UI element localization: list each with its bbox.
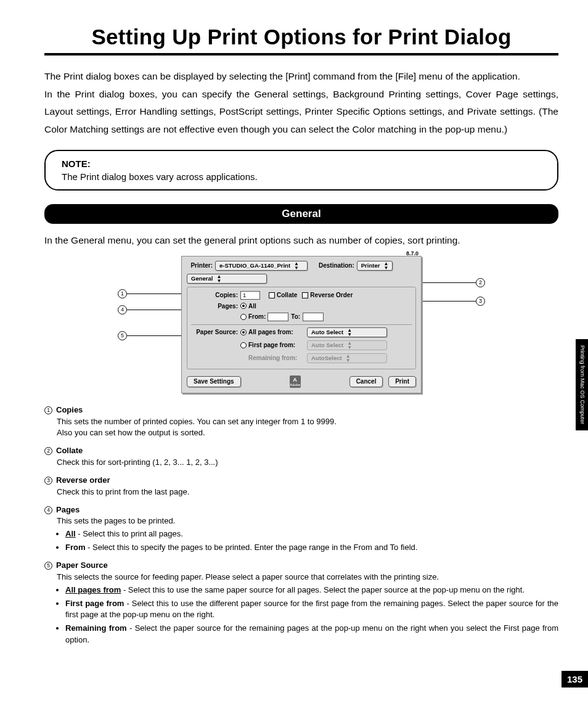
printer-popup[interactable]: e-STUDIO_GA-1140_Print ▲▼: [215, 261, 308, 271]
destination-popup[interactable]: Printer ▲▼: [357, 261, 393, 271]
divider: [191, 324, 412, 325]
pages-to-label: To:: [291, 313, 300, 320]
ps-all-label: All pages from:: [248, 329, 307, 335]
section-intro: In the General menu, you can set the gen…: [44, 235, 558, 246]
definition-body: This sets the number of printed copies. …: [44, 416, 558, 440]
definition-bullet: All - Select this to print all pages.: [65, 528, 558, 540]
definition-number: 5: [44, 562, 52, 570]
adobe-logo-icon: A Adobe: [290, 376, 301, 388]
pages-all-radio[interactable]: [240, 303, 247, 309]
destination-value: Printer: [361, 262, 380, 269]
ps-remaining-popup[interactable]: AutoSelect ▲▼: [307, 353, 387, 363]
definition-number: 3: [44, 477, 52, 485]
updown-icon: ▲▼: [294, 261, 299, 270]
side-tab: Printing from Mac OS Computer: [576, 339, 588, 430]
ps-all-popup[interactable]: Auto Select ▲▼: [307, 327, 387, 337]
pages-to-field[interactable]: [303, 313, 324, 321]
pages-from-label: From:: [248, 313, 266, 320]
dialog-version: 8.7.0: [406, 250, 419, 257]
definition-title: Collate: [56, 445, 83, 457]
definition-bullet: First page from - Select this to use the…: [65, 598, 558, 622]
ps-remaining-label: Remaining from:: [248, 355, 307, 361]
definition-item: 5Paper SourceThis selects the source for…: [44, 560, 558, 646]
dialog-figure: 1 4 5 2 3 8.7.0 Printer: e-STUDIO_GA-114…: [129, 256, 474, 393]
callout-2: 2: [476, 278, 485, 287]
manual-page: Setting Up Print Options for Print Dialo…: [0, 0, 588, 706]
intro-p2: In the Print dialog boxes, you can speci…: [44, 86, 558, 139]
pages-from-radio[interactable]: [240, 314, 247, 320]
section-heading-general: General: [44, 204, 558, 224]
callout-1: 1: [118, 289, 127, 298]
updown-icon: ▲▼: [383, 261, 388, 270]
definition-body: This selects the source for feeding pape…: [44, 572, 558, 646]
ps-first-popup[interactable]: Auto Select ▲▼: [307, 340, 387, 350]
definition-body: Check this to print from the last page.: [44, 486, 558, 498]
definition-bullet: From - Select this to specify the pages …: [65, 542, 558, 554]
definition-body: This sets the pages to be printed.All - …: [44, 515, 558, 554]
panel-popup[interactable]: General ▲▼: [187, 274, 267, 284]
ps-all-radio[interactable]: [240, 329, 247, 335]
page-title: Setting Up Print Options for Print Dialo…: [44, 25, 558, 49]
options-panel: Copies: 1 Collate Reverse Order Pages: A…: [187, 287, 416, 369]
callout-4: 4: [118, 305, 127, 314]
ps-all-value: Auto Select: [311, 329, 343, 335]
ps-first-radio[interactable]: [240, 342, 247, 348]
save-settings-button[interactable]: Save Settings: [187, 376, 241, 387]
printer-label: Printer:: [187, 262, 215, 269]
definition-item: 1CopiesThis sets the number of printed c…: [44, 404, 558, 440]
page-number: 135: [561, 671, 588, 688]
destination-label: Destination:: [319, 262, 357, 269]
title-rule: [44, 53, 558, 55]
copies-field[interactable]: 1: [240, 291, 260, 300]
note-label: NOTE:: [62, 158, 541, 169]
definition-number: 2: [44, 447, 52, 455]
note-text: The Print dialog boxes vary across appli…: [62, 171, 541, 182]
updown-icon: ▲▼: [347, 341, 352, 350]
definition-item: 2CollateCheck this for sort-printing (1,…: [44, 445, 558, 469]
collate-label: Collate: [277, 292, 297, 298]
panel-value: General: [191, 275, 213, 282]
ps-first-value: Auto Select: [311, 342, 343, 348]
definition-number: 4: [44, 506, 52, 514]
definition-item: 4PagesThis sets the pages to be printed.…: [44, 504, 558, 554]
intro-block: The Print dialog boxes can be displayed …: [44, 68, 558, 139]
print-button[interactable]: Print: [388, 376, 416, 387]
collate-checkbox[interactable]: [269, 292, 275, 298]
definition-title: Reverse order: [56, 475, 110, 486]
ps-remaining-value: AutoSelect: [311, 355, 342, 361]
reverse-label: Reverse Order: [310, 292, 353, 298]
callout-3: 3: [476, 297, 485, 306]
cancel-button[interactable]: Cancel: [349, 376, 383, 387]
print-dialog: 8.7.0 Printer: e-STUDIO_GA-1140_Print ▲▼…: [181, 256, 422, 393]
definition-title: Pages: [56, 504, 80, 516]
pages-from-field[interactable]: [267, 313, 288, 321]
definition-bullet: All pages from - Select this to use the …: [65, 585, 558, 596]
definition-bullet: Remaining from - Select the paper source…: [65, 623, 558, 646]
intro-p1: The Print dialog boxes can be displayed …: [44, 68, 558, 86]
note-box: NOTE: The Print dialog boxes vary across…: [44, 150, 558, 191]
definition-item: 3Reverse orderCheck this to print from t…: [44, 475, 558, 498]
pages-all-label: All: [248, 303, 256, 310]
definition-title: Paper Source: [56, 560, 108, 572]
definition-body: Check this for sort-printing (1, 2, 3...…: [44, 457, 558, 469]
pages-label: Pages:: [191, 303, 240, 310]
printer-value: e-STUDIO_GA-1140_Print: [219, 262, 290, 269]
updown-icon: ▲▼: [347, 328, 352, 337]
definition-number: 1: [44, 406, 52, 414]
definition-title: Copies: [56, 404, 83, 416]
callout-5: 5: [118, 331, 127, 340]
copies-label: Copies:: [191, 292, 240, 298]
papersource-label: Paper Source:: [191, 329, 240, 335]
updown-icon: ▲▼: [216, 274, 221, 283]
reverse-checkbox[interactable]: [302, 292, 308, 298]
ps-first-label: First page from:: [248, 342, 307, 348]
updown-icon: ▲▼: [346, 354, 351, 363]
definitions-list: 1CopiesThis sets the number of printed c…: [44, 404, 558, 646]
